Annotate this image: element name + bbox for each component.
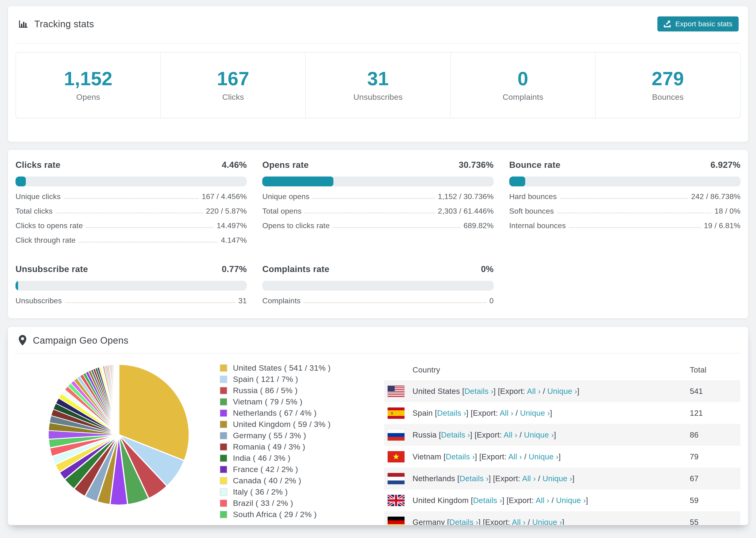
stat-row-soft-bounces: Soft bounces18 / 0% bbox=[509, 207, 740, 215]
legend-label: India ( 46 / 3% ) bbox=[233, 454, 291, 463]
details-link[interactable]: Details › bbox=[446, 452, 475, 461]
legend-item-russia: Russia ( 86 / 5% ) bbox=[220, 386, 384, 395]
rate-title: Complaints rate bbox=[262, 264, 329, 274]
legend-item-united-states: United States ( 541 / 31% ) bbox=[220, 363, 384, 372]
export-unique-link[interactable]: Unique › bbox=[529, 452, 559, 461]
geo-total-cell: 67 bbox=[690, 474, 740, 483]
us-flag-icon bbox=[388, 386, 405, 397]
geo-table-row-vietnam: Vietnam [Details ›] [Export: All › / Uni… bbox=[384, 446, 740, 467]
geo-table-row-united-states: United States [Details ›] [Export: All ›… bbox=[384, 380, 740, 402]
summary-label: Complaints bbox=[503, 92, 543, 102]
details-link[interactable]: Details › bbox=[437, 409, 466, 417]
legend-swatch-icon bbox=[220, 432, 227, 439]
export-icon bbox=[664, 20, 672, 28]
progress-track bbox=[262, 177, 494, 187]
legend-label: Brazil ( 33 / 2% ) bbox=[233, 499, 293, 508]
stat-label: Opens to clicks rate bbox=[262, 221, 330, 230]
de-flag-icon bbox=[388, 517, 405, 525]
rate-panel-unsubscribe-rate: Unsubscribe rate0.77%Unsubscribes31 bbox=[16, 264, 247, 305]
page-background: Tracking stats Export basic stats 1,152O… bbox=[0, 6, 756, 525]
header-divider bbox=[16, 43, 740, 44]
export-unique-link[interactable]: Unique › bbox=[524, 430, 554, 439]
rate-value: 0.77% bbox=[222, 264, 247, 274]
summary-label: Unsubscribes bbox=[353, 92, 403, 102]
export-all-link[interactable]: All › bbox=[527, 387, 540, 396]
details-link[interactable]: Details › bbox=[449, 518, 478, 525]
pie-slice-other[interactable] bbox=[119, 364, 119, 435]
country-name: United Kingdom [ bbox=[412, 496, 473, 505]
rate-value: 6.927% bbox=[711, 160, 740, 170]
rate-panel-complaints-rate: Complaints rate0%Complaints0 bbox=[262, 264, 494, 305]
geo-table-row-russia: Russia [Details ›] [Export: All › / Uniq… bbox=[384, 424, 740, 446]
stat-row-complaints: Complaints0 bbox=[262, 296, 494, 305]
legend-label: Russia ( 86 / 5% ) bbox=[233, 386, 298, 395]
legend-label: France ( 42 / 2% ) bbox=[233, 465, 298, 474]
rate-value: 4.46% bbox=[222, 160, 247, 170]
stat-label: Total opens bbox=[262, 207, 301, 215]
dotted-leader bbox=[560, 198, 688, 199]
export-all-link[interactable]: All › bbox=[522, 474, 536, 483]
details-link[interactable]: Details › bbox=[473, 496, 502, 505]
country-name: Spain [ bbox=[412, 409, 437, 417]
details-link[interactable]: Details › bbox=[459, 474, 489, 483]
export-basic-stats-button[interactable]: Export basic stats bbox=[657, 17, 739, 31]
export-unique-link[interactable]: Unique › bbox=[556, 496, 586, 505]
export-all-link[interactable]: All › bbox=[508, 452, 522, 461]
legend-label: Italy ( 36 / 2% ) bbox=[233, 487, 288, 497]
geo-pie-chart[interactable] bbox=[16, 360, 220, 525]
summary-opens: 1,152Opens bbox=[16, 53, 160, 118]
stat-value: 1,152 / 30.736% bbox=[438, 192, 494, 201]
details-link[interactable]: Details › bbox=[464, 387, 494, 396]
stat-value: 2,303 / 61.446% bbox=[438, 207, 494, 215]
legend-swatch-icon bbox=[220, 387, 227, 394]
summary-value: 1,152 bbox=[64, 69, 112, 88]
stat-value: 31 bbox=[238, 296, 247, 305]
summary-label: Opens bbox=[76, 92, 100, 102]
stat-value: 689.82% bbox=[463, 221, 494, 230]
progress-fill bbox=[509, 177, 525, 187]
progress-track bbox=[262, 281, 494, 291]
dotted-leader bbox=[65, 302, 235, 303]
export-unique-link[interactable]: Unique › bbox=[542, 474, 572, 483]
stat-value: 14.497% bbox=[217, 221, 247, 230]
geo-country-cell: Spain [Details ›] [Export: All › / Uniqu… bbox=[412, 409, 690, 418]
stat-label: Internal bounces bbox=[509, 221, 566, 230]
geo-table-row-united-kingdom: United Kingdom [Details ›] [Export: All … bbox=[384, 489, 740, 511]
vn-flag-icon bbox=[388, 451, 405, 462]
stat-row-clicks-to-opens-rate: Clicks to opens rate14.497% bbox=[16, 221, 247, 230]
details-link[interactable]: Details › bbox=[441, 430, 470, 439]
gb-flag-icon bbox=[388, 495, 405, 506]
rate-value: 30.736% bbox=[459, 160, 494, 170]
legend-label: Germany ( 55 / 3% ) bbox=[233, 431, 306, 440]
summary-value: 0 bbox=[517, 69, 528, 88]
legend-swatch-icon bbox=[220, 364, 227, 372]
export-all-link[interactable]: All › bbox=[504, 430, 517, 439]
legend-item-united-kingdom: United Kingdom ( 59 / 3% ) bbox=[220, 420, 384, 429]
stat-value: 18 / 0% bbox=[715, 207, 740, 215]
stat-row-click-through-rate: Click through rate4.147% bbox=[16, 236, 247, 244]
export-all-link[interactable]: All › bbox=[500, 409, 513, 417]
stat-row-total-opens: Total opens2,303 / 61.446% bbox=[262, 207, 494, 215]
progress-track bbox=[509, 177, 740, 187]
export-unique-link[interactable]: Unique › bbox=[532, 518, 562, 525]
geo-table: Country Total United States [Details ›] … bbox=[384, 360, 740, 525]
export-all-link[interactable]: All › bbox=[536, 496, 549, 505]
geo-country-cell: Vietnam [Details ›] [Export: All › / Uni… bbox=[412, 452, 690, 461]
geo-country-cell: Netherlands [Details ›] [Export: All › /… bbox=[412, 474, 690, 483]
stat-row-hard-bounces: Hard bounces242 / 86.738% bbox=[509, 192, 740, 201]
geo-country-cell: Germany [Details ›] [Export: All › / Uni… bbox=[412, 518, 690, 525]
dotted-leader bbox=[305, 213, 435, 213]
geo-country-cell: United Kingdom [Details ›] [Export: All … bbox=[412, 496, 690, 505]
stat-label: Click through rate bbox=[16, 236, 76, 244]
export-unique-link[interactable]: Unique › bbox=[547, 387, 577, 396]
stat-row-unique-opens: Unique opens1,152 / 30.736% bbox=[262, 192, 494, 201]
export-all-link[interactable]: All › bbox=[512, 518, 525, 525]
country-name: Vietnam [ bbox=[412, 452, 446, 461]
es-flag-icon bbox=[388, 407, 405, 419]
geo-table-header-total: Total bbox=[690, 365, 740, 374]
summary-label: Bounces bbox=[652, 92, 683, 102]
progress-track bbox=[16, 177, 247, 187]
progress-track bbox=[16, 281, 247, 291]
rate-panel-opens-rate: Opens rate30.736%Unique opens1,152 / 30.… bbox=[262, 160, 494, 244]
export-unique-link[interactable]: Unique › bbox=[520, 409, 550, 417]
